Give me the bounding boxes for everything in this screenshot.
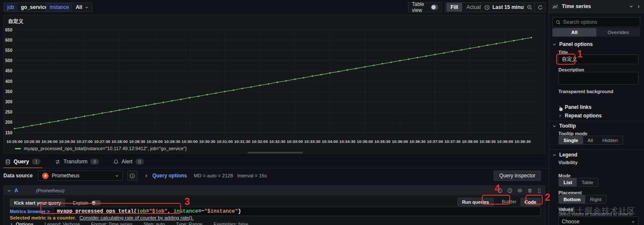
zoom-out-button[interactable] — [524, 2, 535, 12]
query-ds-hint: (Prometheus) — [36, 188, 65, 193]
tab-overrides[interactable]: Overrides — [596, 28, 640, 37]
options-exemplars: Exemplars: false — [213, 222, 248, 225]
svg-text:10:29:30: 10:29:30 — [164, 139, 180, 144]
svg-text:10:28:30: 10:28:30 — [129, 139, 145, 144]
datasource-picker[interactable]: Prometheus — [38, 171, 123, 181]
section-repeat-options[interactable]: Repeat options — [558, 113, 602, 119]
legend-list-button[interactable]: List — [559, 178, 577, 186]
variable-instance-label: instance — [46, 3, 72, 11]
svg-text:10:26:30: 10:26:30 — [59, 139, 75, 144]
legend-values-select[interactable]: Choose — [558, 216, 638, 225]
placement-right-button[interactable]: Right — [585, 195, 606, 203]
svg-text:10:25:00: 10:25:00 — [6, 139, 23, 144]
svg-text:250: 250 — [5, 110, 12, 114]
options-legend: Legend: Verbose — [45, 222, 80, 225]
database-icon — [5, 159, 11, 165]
divider — [549, 121, 644, 121]
chevron-down-icon — [552, 124, 556, 128]
panel-type-label: Time series — [562, 3, 626, 9]
table-view-label: Table view — [412, 1, 428, 13]
table-view-toggle[interactable]: Table view — [408, 2, 442, 12]
svg-text:10:31:00: 10:31:00 — [217, 139, 233, 144]
refresh-button[interactable] — [535, 2, 546, 12]
svg-text:10:35:00: 10:35:00 — [357, 139, 373, 144]
zoom-out-icon — [527, 5, 532, 10]
tooltip-all-button[interactable]: All — [583, 136, 598, 144]
options-step: Step: auto — [144, 222, 165, 225]
variable-instance-value[interactable]: All — [72, 3, 92, 11]
svg-text:600: 600 — [5, 38, 12, 43]
tab-transform[interactable]: Transform 0 — [53, 157, 101, 168]
section-legend[interactable]: Legend — [552, 152, 578, 158]
options-type: Type: Range — [176, 222, 202, 225]
svg-text:10:39:00: 10:39:00 — [497, 139, 513, 144]
chart-panel: 自定义 15020025030035040045050055060065010:… — [3, 15, 545, 154]
warning-rate-link[interactable]: Consider calculating rate of counter by … — [80, 215, 194, 220]
tab-all[interactable]: All — [552, 28, 596, 37]
chevron-down-icon — [85, 6, 89, 9]
svg-text:10:36:00: 10:36:00 — [392, 139, 408, 144]
description-field-input[interactable] — [558, 72, 638, 85]
annotation-box-query — [40, 203, 181, 214]
drag-handle-icon[interactable] — [537, 188, 541, 194]
editor-tabs: Query 1 Transform 0 Alert 0 — [3, 157, 146, 168]
legend-visibility-label: Visibility — [558, 160, 578, 165]
chevron-down-icon[interactable] — [7, 189, 11, 193]
divider — [549, 149, 644, 150]
svg-text:10:36:30: 10:36:30 — [409, 139, 426, 144]
prometheus-icon — [42, 173, 49, 179]
trash-icon[interactable] — [527, 188, 532, 193]
svg-text:10:28:00: 10:28:00 — [112, 139, 128, 144]
options-sidebar: Time series Search options All Overrides… — [549, 0, 644, 225]
svg-text:200: 200 — [5, 120, 12, 125]
chart-legend[interactable]: myapp_processed_ops_total{instance="10.1… — [15, 146, 187, 151]
series-label[interactable]: myapp_processed_ops_total{instance="10.1… — [24, 146, 187, 151]
transform-icon — [55, 159, 60, 165]
tab-alert-label: Alert — [121, 159, 132, 165]
query-options-link[interactable]: Query options — [152, 173, 187, 179]
legend-table-button[interactable]: Table — [577, 178, 598, 186]
svg-text:350: 350 — [5, 89, 12, 94]
datasource-value: Prometheus — [52, 173, 112, 179]
placement-bottom-button[interactable]: Bottom — [559, 195, 585, 203]
query-row-header[interactable]: A (Prometheus) — [4, 186, 545, 195]
query-inspector-button[interactable]: Query inspector — [494, 171, 541, 181]
svg-text:10:29:00: 10:29:00 — [147, 139, 163, 144]
chevron-right-icon — [10, 222, 13, 225]
chevron-down-icon — [552, 43, 556, 46]
tooltip-hidden-button[interactable]: Hidden — [598, 136, 622, 144]
options-label: Options — [16, 222, 34, 225]
tab-alert[interactable]: Alert 0 — [112, 157, 146, 168]
section-tooltip[interactable]: Tooltip — [552, 123, 576, 129]
fill-button[interactable]: Fill — [446, 3, 462, 11]
svg-text:10:35:30: 10:35:30 — [374, 139, 391, 144]
datasource-help-button[interactable] — [127, 171, 138, 181]
watermark: @稀土掘金技术社区 — [559, 205, 635, 216]
tooltip-single-button[interactable]: Single — [559, 136, 583, 144]
query-options-summary[interactable]: Options Legend: Verbose Format: Time ser… — [10, 222, 248, 225]
chevron-down-icon — [552, 153, 556, 157]
svg-text:10:30:00: 10:30:00 — [181, 139, 198, 144]
svg-text:10:38:30: 10:38:30 — [480, 139, 496, 144]
eye-icon[interactable] — [517, 188, 523, 193]
svg-text:150: 150 — [5, 131, 12, 135]
copy-icon[interactable] — [507, 188, 512, 193]
counter-warning: Selected metric is a counter. Consider c… — [10, 215, 193, 220]
svg-text:10:34:30: 10:34:30 — [339, 139, 356, 144]
editor-resize-handle[interactable] — [247, 152, 303, 154]
time-series-chart[interactable]: 15020025030035040045050055060065010:25:0… — [4, 24, 545, 147]
section-panel-links[interactable]: Panel links — [558, 104, 592, 110]
chevron-right-icon — [558, 105, 562, 109]
section-panel-options[interactable]: Panel options — [552, 41, 593, 47]
annotation-number-4: 4 — [494, 183, 500, 194]
variable-instance[interactable]: instance All — [46, 3, 92, 12]
tab-query[interactable]: Query 1 — [3, 157, 42, 168]
options-format: Format: Time series — [91, 222, 132, 225]
search-options-input[interactable]: Search options — [552, 17, 640, 27]
svg-text:10:33:00: 10:33:00 — [287, 139, 303, 144]
collapse-pane-icon[interactable] — [637, 5, 641, 9]
svg-text:10:32:30: 10:32:30 — [269, 139, 285, 144]
table-view-switch[interactable] — [431, 4, 438, 10]
panel-type-picker[interactable]: Time series — [549, 0, 644, 13]
tab-query-label: Query — [14, 159, 29, 165]
